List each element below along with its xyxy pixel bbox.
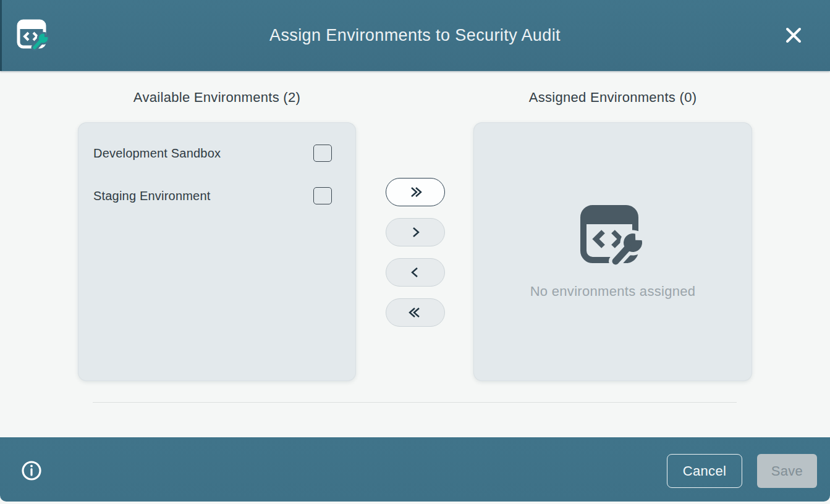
double-chevron-right-icon: [407, 186, 424, 198]
assigned-environments-heading: Assigned Environments (0): [473, 88, 752, 107]
transfer-button-column: [386, 178, 445, 338]
dialog-header: Assign Environments to Security Audit: [0, 0, 830, 71]
empty-state-text: No environments assigned: [530, 284, 696, 300]
cancel-button[interactable]: Cancel: [667, 454, 742, 488]
available-environments-heading: Available Environments (2): [78, 88, 356, 107]
move-all-left-button[interactable]: [386, 298, 445, 327]
environment-checkbox[interactable]: [313, 187, 332, 204]
chevron-right-icon: [407, 226, 424, 238]
assigned-environments-panel: No environments assigned: [473, 122, 752, 381]
save-button[interactable]: Save: [757, 454, 817, 488]
available-environments-panel: Development Sandbox Staging Environment: [78, 122, 356, 381]
move-left-button[interactable]: [386, 258, 445, 287]
info-circle-icon: [21, 460, 42, 481]
code-window-wrench-icon: [578, 204, 648, 266]
list-item[interactable]: Development Sandbox: [93, 139, 332, 167]
dialog-title: Assign Environments to Security Audit: [0, 0, 830, 71]
close-x-icon: [784, 25, 803, 45]
info-button[interactable]: [21, 460, 42, 481]
assign-environments-dialog: Assign Environments to Security Audit Av…: [0, 0, 830, 504]
close-button[interactable]: [781, 22, 807, 48]
move-all-right-button[interactable]: [386, 178, 445, 206]
move-right-button[interactable]: [386, 218, 445, 246]
environment-label: Staging Environment: [93, 189, 210, 203]
chevron-left-icon: [407, 266, 424, 279]
content-footer-divider: [93, 402, 737, 403]
environment-checkbox[interactable]: [313, 145, 332, 162]
list-item[interactable]: Staging Environment: [93, 182, 332, 210]
double-chevron-left-icon: [407, 306, 424, 319]
environment-label: Development Sandbox: [93, 146, 221, 161]
